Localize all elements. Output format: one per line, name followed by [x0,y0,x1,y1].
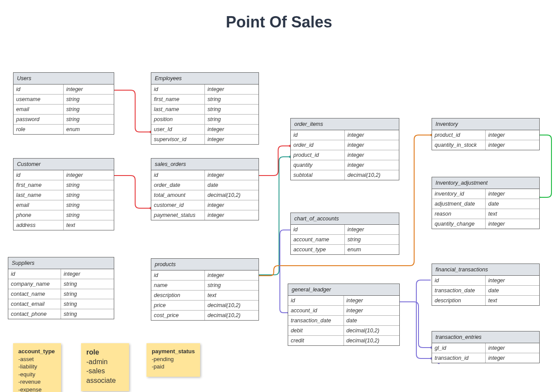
table-customer[interactable]: Customeridintegerfirst_namestringlast_na… [13,158,114,230]
table-sales-orders[interactable]: sales_ordersidintegerorder_datedatetotal… [151,158,259,220]
col-name: product_id [432,130,486,140]
col-type: text [64,220,114,230]
table-header: sales_orders [151,159,259,170]
table-general-leadger[interactable]: general_leadgeridintegeraccount_idintege… [288,284,400,346]
rel-users-employees [114,90,150,132]
col-type: string [64,200,114,210]
sticky-line: -admin [86,357,124,367]
col-type: enum [345,245,399,254]
table-products[interactable]: productsidintegernamestringdescriptionte… [151,258,259,321]
col-type: decimal(10,2) [205,301,259,311]
col-type: date [344,316,400,326]
col-name: username [14,95,64,105]
table-header: Employees [151,73,259,84]
table-rows: idintegeraccount_idintegertransaction_da… [288,296,399,345]
table-rows: idintegercompany_namestringcontact_names… [8,269,114,319]
col-type: integer [486,353,539,363]
col-type: string [64,190,114,200]
col-name: id [151,170,205,180]
table-rows: idintegerfirst_namestringlast_namestring… [151,84,259,144]
col-name: product_id [291,150,345,160]
table-header: Inventory_adjustment [432,177,539,189]
sticky-line: -pending [152,355,195,363]
table-rows: idintegernamestringdescriptiontextpriced… [151,270,259,320]
col-type: decimal(10,2) [205,190,259,200]
col-type: string [205,115,259,125]
col-type: decimal(10,2) [345,170,399,180]
col-type: integer [205,170,259,180]
sticky-line: -liability [18,363,56,371]
table-rows: idintegerfirst_namestringlast_namestring… [14,170,114,230]
table-employees[interactable]: Employeesidintegerfirst_namestringlast_n… [151,72,259,145]
col-name: customer_id [151,200,205,210]
col-name: id [151,84,205,95]
sticky-line: associate [86,376,124,385]
col-name: total_amount [151,190,205,200]
col-type: integer [344,296,400,306]
col-type: string [61,279,114,289]
col-name: phone [14,210,64,220]
col-name: id [14,84,64,95]
col-name: cost_price [151,311,205,320]
col-name: reason [432,209,486,219]
table-chart-of-accounts[interactable]: chart_of_accountsidintegeraccount_namest… [290,213,399,255]
col-type: integer [205,210,259,220]
col-type: text [486,209,539,219]
col-name: company_name [8,279,61,289]
rel-fintx-txentries [416,280,431,358]
col-name: price [151,301,205,311]
col-name: contact_name [8,289,61,299]
table-transaction-entries[interactable]: transaction_entriesgl_idintegertransacti… [432,331,540,363]
col-type: integer [64,170,114,180]
col-type: integer [205,84,259,95]
table-order-items[interactable]: order_itemsidintegerorder_idintegerprodu… [290,118,399,180]
col-type: integer [205,125,259,135]
col-name: transaction_date [288,316,344,326]
col-type: integer [344,306,400,316]
col-type: string [64,105,114,115]
table-header: transaction_entries [432,331,539,343]
col-type: integer [205,135,259,144]
col-type: integer [205,270,259,280]
col-type: string [205,280,259,291]
col-type: integer [345,130,399,140]
col-name: quantity_in_stock [432,140,486,150]
sticky-line: -asset [18,355,56,363]
col-name: name [151,280,205,291]
col-name: password [14,115,64,125]
col-type: integer [345,225,399,235]
col-type: integer [61,269,114,279]
col-type: text [205,291,259,301]
col-name: description [432,296,486,305]
col-type: string [61,299,114,309]
table-financial-transactions[interactable]: financial_transactionsidintegertransacti… [432,264,540,306]
sticky-role[interactable]: role-admin-salesassociate [81,343,129,391]
table-header: general_leadger [288,284,399,296]
col-name: subtotal [291,170,345,180]
table-inventory[interactable]: Inventoryproduct_idintegerquantity_in_st… [432,118,540,150]
sticky-line: -equity [18,371,56,378]
table-header: chart_of_accounts [291,213,399,225]
table-header: Customer [14,159,114,170]
col-name: user_Id [151,125,205,135]
col-name: description [151,291,205,301]
table-suppliers[interactable]: Suppliersidintegercompany_namestringcont… [8,257,114,319]
col-name: transaction_id [432,353,486,363]
col-type: string [345,235,399,245]
col-type: integer [345,150,399,160]
table-inventory-adjustment[interactable]: Inventory_adjustmentinventory_idintegera… [432,177,540,229]
col-type: date [205,180,259,190]
col-name: id [432,276,486,286]
table-rows: idintegerorder_datedatetotal_amountdecim… [151,170,259,220]
table-users[interactable]: Usersidintegerusernamestringemailstringp… [13,72,114,135]
col-name: inventory_id [432,189,486,199]
col-name: contact_phone [8,309,61,319]
col-type: integer [345,160,399,170]
col-name: account_name [291,235,345,245]
col-name: quantity [291,160,345,170]
sticky-account-type[interactable]: account_type-asset-liability-equity-reve… [13,343,61,392]
sticky-payment-status[interactable]: payment_status-pending-paid [146,343,200,377]
col-type: enum [64,125,114,134]
col-name: position [151,115,205,125]
table-header: Inventory [432,118,539,130]
